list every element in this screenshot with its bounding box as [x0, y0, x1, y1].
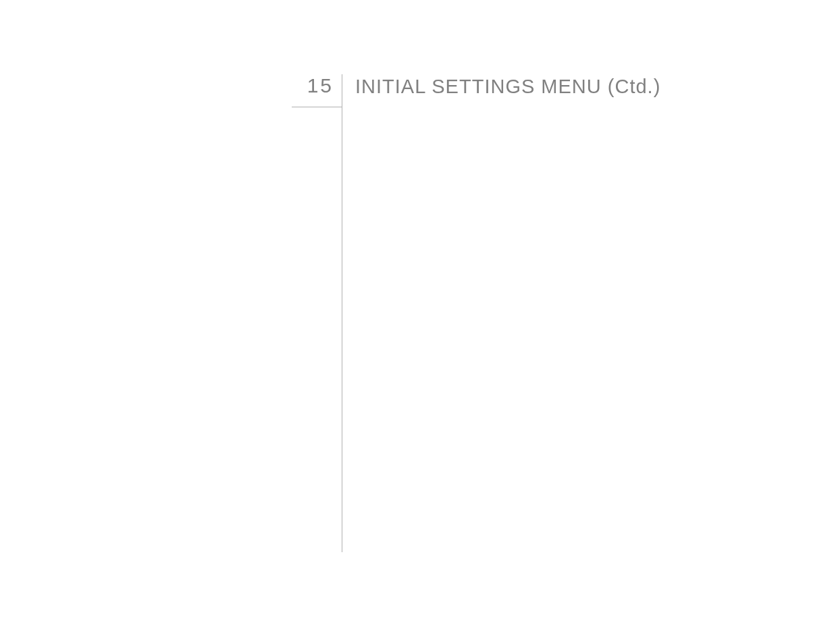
horizontal-divider: [292, 107, 342, 107]
vertical-divider: [342, 74, 342, 552]
section-number: 15: [292, 74, 334, 97]
section-title: INITIAL SETTINGS MENU (Ctd.): [355, 76, 660, 98]
